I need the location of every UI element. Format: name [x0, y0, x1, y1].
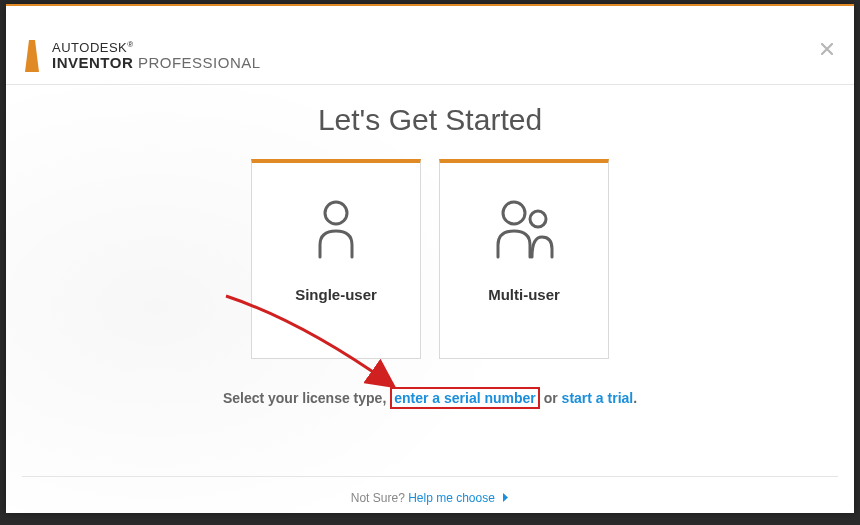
- page-title: Let's Get Started: [6, 103, 854, 137]
- start-trial-link[interactable]: start a trial: [562, 390, 634, 406]
- prompt-lead: Select your license type: [223, 390, 383, 406]
- footer-not-sure: Not Sure?: [351, 491, 405, 505]
- prompt-line: Select your license type, enter a serial…: [6, 387, 854, 409]
- single-user-card[interactable]: Single-user: [251, 159, 421, 359]
- brand-product: INVENTOR: [52, 54, 133, 71]
- svg-point-1: [325, 202, 347, 224]
- multi-user-card[interactable]: Multi-user: [439, 159, 609, 359]
- help-me-choose-link[interactable]: Help me choose: [408, 491, 495, 505]
- brand-trademark: ®: [127, 40, 133, 49]
- prompt-or: or: [540, 390, 562, 406]
- main-content: Let's Get Started Single-user: [6, 85, 854, 409]
- single-user-label: Single-user: [295, 286, 377, 358]
- svg-marker-0: [25, 40, 39, 72]
- dialog-window: AUTODESK® INVENTOR PROFESSIONAL Let's Ge…: [6, 4, 854, 513]
- license-cards: Single-user Multi-user: [6, 159, 854, 359]
- close-button[interactable]: [818, 40, 836, 58]
- prompt-comma: ,: [382, 390, 390, 406]
- brand-edition: PROFESSIONAL: [138, 54, 261, 71]
- svg-point-3: [530, 211, 546, 227]
- close-icon: [821, 43, 833, 55]
- product-logo: AUTODESK® INVENTOR PROFESSIONAL: [22, 38, 261, 74]
- single-user-icon: [314, 197, 358, 261]
- chevron-right-icon: [502, 491, 509, 505]
- multi-user-icon: [490, 197, 558, 261]
- product-name: AUTODESK® INVENTOR PROFESSIONAL: [52, 41, 261, 71]
- header: AUTODESK® INVENTOR PROFESSIONAL: [6, 6, 854, 85]
- footer: Not Sure? Help me choose: [22, 476, 838, 505]
- autodesk-logo-icon: [22, 38, 42, 74]
- enter-serial-link[interactable]: enter a serial number: [390, 387, 540, 409]
- multi-user-label: Multi-user: [488, 286, 560, 358]
- prompt-dot: .: [633, 390, 637, 406]
- svg-point-2: [503, 202, 525, 224]
